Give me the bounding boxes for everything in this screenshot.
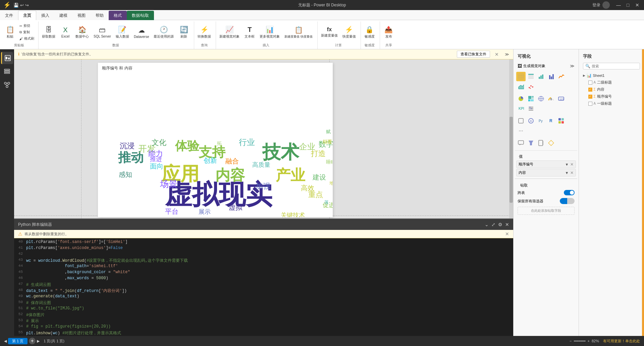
viz-icon-slicer[interactable]	[526, 104, 536, 113]
value-content-close[interactable]: ✕	[570, 170, 574, 175]
zoom-out-icon[interactable]: −	[570, 339, 572, 343]
tab-home[interactable]: 主页	[18, 11, 36, 20]
viz-icon-dots[interactable]: ···	[516, 126, 526, 136]
transform-data-btn[interactable]: ⚡ 转换数据	[196, 24, 213, 40]
prev-page-icon[interactable]: ◀	[4, 339, 7, 343]
data-center-btn[interactable]: 🏠 数据中心	[73, 24, 91, 40]
viz-icon-page[interactable]	[536, 138, 546, 148]
quick-measure-btn[interactable]: ⚡ 快度量值	[340, 24, 358, 40]
viz-icon-line[interactable]	[556, 72, 566, 81]
viz-icon-gauge[interactable]	[546, 94, 556, 103]
field-content[interactable]: ✓ Σ 内容	[580, 86, 643, 93]
tab-file[interactable]: 文件	[0, 11, 18, 20]
close-btn[interactable]: ✕	[634, 2, 641, 8]
content-checkbox[interactable]: ✓	[588, 88, 592, 92]
generate-visual-btn[interactable]: 🖼 生成视觉对象	[518, 63, 545, 68]
cross-table-toggle[interactable]	[564, 190, 575, 195]
warning-close[interactable]: ✕	[505, 231, 509, 237]
seq-num-checkbox[interactable]: ✓	[588, 95, 592, 99]
input-data-btn[interactable]: 📝 输入数据	[114, 24, 131, 40]
paste-btn[interactable]: 📋 粘贴	[3, 24, 17, 40]
copy-btn[interactable]: ⧉ 复制	[18, 29, 36, 35]
page-tab-1[interactable]: 第 1 页	[8, 338, 28, 344]
login-area[interactable]: 登录	[592, 1, 610, 9]
close-editor-icon[interactable]: ✕	[505, 222, 509, 227]
sidebar-icon-model[interactable]	[1, 79, 13, 91]
viz-icon-shape[interactable]	[516, 116, 526, 126]
fields-search-box[interactable]: 🔍	[583, 63, 640, 69]
cut-btn[interactable]: ✂ 剪切	[18, 23, 36, 29]
search-input[interactable]	[592, 64, 638, 68]
new-measure-btn[interactable]: fx 新建度量值	[319, 26, 340, 39]
refresh-btn[interactable]: 🔄 刷新	[176, 24, 191, 40]
get-data-btn[interactable]: 🗄 获取数据	[40, 25, 57, 40]
value-seq-arrow[interactable]: ▼	[565, 162, 569, 166]
viz-icon-area[interactable]	[516, 82, 526, 91]
close-restore-bar[interactable]: ✕	[495, 52, 499, 57]
zoom-slider[interactable]: ━━━━━	[574, 339, 586, 343]
viz-icon-scatter[interactable]	[526, 82, 536, 91]
save-quick[interactable]: 💾	[13, 3, 19, 8]
dataverse-btn[interactable]: ☁ Dataverse	[132, 25, 151, 40]
update-notice[interactable]: 有可用更新！单击此处	[603, 339, 640, 344]
excel-btn[interactable]: X Excel	[58, 25, 73, 39]
recent-sources-btn[interactable]: 🕐 最近使用的源	[152, 24, 176, 40]
minimize-btn[interactable]: —	[615, 2, 622, 8]
format-painter-btn[interactable]: 🖌 格式刷	[18, 36, 36, 42]
field-primary-label[interactable]: A 一级标题	[580, 100, 643, 107]
canvas-page[interactable]: 顺序编号 和 内容 虚拟现实 技术 内容 产业 支持 应用 推动 体验 开	[98, 63, 333, 217]
right-panel-edge[interactable]	[642, 49, 644, 336]
viz-icon-kpi[interactable]: KPI	[516, 104, 526, 113]
viz-icon-r[interactable]: R	[546, 116, 556, 126]
viz-icon-funnel[interactable]	[526, 138, 536, 148]
tab-help[interactable]: 帮助	[91, 11, 109, 20]
tab-insert[interactable]: 插入	[36, 11, 54, 20]
viz-icon-pie[interactable]	[516, 94, 526, 103]
sidebar-icon-report[interactable]	[1, 52, 13, 64]
sql-btn[interactable]: 🗃 SQL Server	[92, 25, 113, 39]
viz-icon-col[interactable]	[546, 72, 556, 81]
field-seq-num[interactable]: ✓ Σ 顺序编号	[580, 93, 643, 100]
viz-icon-diamond[interactable]	[546, 138, 556, 148]
new-visual-btn[interactable]: 📈 新建视觉对象	[217, 24, 241, 40]
keep-filters-toggle[interactable]	[560, 198, 575, 204]
value-content-arrow[interactable]: ▼	[565, 171, 569, 175]
add-page-btn[interactable]: +	[29, 338, 36, 344]
field-secondary-label[interactable]: A 二级标题	[580, 79, 643, 86]
secondary-label-checkbox[interactable]	[588, 81, 592, 85]
viz-icon-custom1[interactable]	[556, 116, 566, 126]
sensitivity-btn[interactable]: 🔒 敏感度	[362, 24, 377, 40]
add-drillthrough-field[interactable]: 在此处添加钻取字段	[518, 207, 575, 215]
code-content[interactable]: 40 plt.rcParams['font.sans-serif']=['Sim…	[14, 238, 513, 336]
expand-editor-icon[interactable]: ⤢	[491, 222, 495, 227]
publish-btn[interactable]: 📤 发布	[381, 24, 396, 40]
tab-data-drill[interactable]: 数据/钻取	[127, 11, 154, 20]
primary-label-checkbox[interactable]	[588, 102, 592, 106]
settings-editor-icon[interactable]: ⚙	[498, 222, 502, 227]
zoom-in-icon[interactable]: +	[588, 339, 590, 343]
tab-format[interactable]: 格式	[109, 11, 127, 20]
viz-icon-matrix[interactable]	[526, 72, 536, 81]
sidebar-icon-data[interactable]	[1, 65, 13, 78]
viz-icon-card[interactable]: 123	[556, 94, 566, 103]
tab-view[interactable]: 视图	[72, 11, 91, 20]
new-object-btn[interactable]: 📋 新建度量值 快度量值	[282, 25, 315, 40]
viz-icon-table[interactable]	[516, 72, 526, 81]
value-seq-close[interactable]: ✕	[570, 162, 574, 167]
restore-btn[interactable]: □	[625, 2, 631, 8]
tab-modeling[interactable]: 建模	[54, 11, 72, 20]
more-visuals-btn[interactable]: 📊 更多视觉对象	[258, 24, 282, 40]
viz-icon-python[interactable]: Py	[536, 116, 546, 126]
check-files-btn[interactable]: 查看已恢复文件	[457, 51, 490, 58]
sheet1-parent[interactable]: ▶ 📊 Sheet1	[580, 72, 643, 79]
viz-icon-chat[interactable]	[516, 138, 526, 148]
viz-icon-bar[interactable]	[536, 72, 546, 81]
text-box-btn[interactable]: T 文本框	[242, 25, 257, 40]
viz-icon-ai[interactable]: AI	[526, 116, 536, 126]
next-page-icon[interactable]: ▶	[37, 339, 40, 343]
collapse-editor-icon[interactable]: ⌄	[485, 222, 489, 227]
viz-icon-map[interactable]	[536, 94, 546, 103]
viz-icon-treemap[interactable]	[526, 94, 536, 103]
undo-quick[interactable]: ↩	[20, 3, 24, 8]
expand-viz-icon[interactable]: ≫	[570, 63, 575, 68]
